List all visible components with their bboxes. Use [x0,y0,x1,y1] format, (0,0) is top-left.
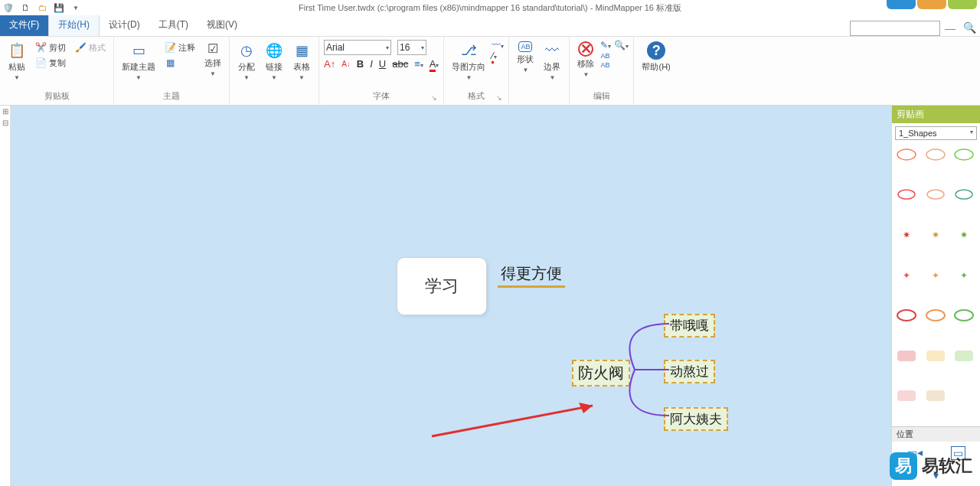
tab-design[interactable]: 设计(D) [100,14,149,36]
link-button[interactable]: 🌐链接▼ [262,40,286,83]
save-icon[interactable]: 💾 [54,2,64,13]
tab-view[interactable]: 视图(V) [198,14,247,36]
shape-bubble-1[interactable] [895,187,918,204]
boundary-button[interactable]: 〰边界▼ [540,40,564,83]
strike-button[interactable]: abc [392,58,408,70]
shape-smudge-4[interactable] [895,387,918,404]
new-topic-button[interactable]: ▭ 新建主题 ▼ [119,40,158,83]
shape-cloud-1[interactable] [895,146,918,163]
grow-font-icon[interactable]: A↑ [324,58,335,70]
help-icon: ? [647,41,665,60]
copy-button[interactable]: 📄复制 [32,55,69,70]
watermark-text: 易软汇 [922,455,972,478]
open-icon[interactable]: 🗀 [37,2,47,13]
edit-group-label: 编辑 [593,90,610,102]
misc-topic-button[interactable]: ▦ [162,55,198,70]
root-node[interactable]: 学习 [397,257,487,315]
svg-point-5 [927,190,944,199]
shape-smudge-2[interactable] [924,347,947,364]
edit-icon-1[interactable]: ✎▾ [600,40,611,51]
shrink-font-icon[interactable]: A↓ [341,60,351,68]
shape-smudge-1[interactable] [895,347,918,364]
find-icon[interactable]: 🔍▾ [614,40,629,51]
underline-button[interactable]: U [379,58,386,70]
branch-node-1[interactable]: 得更方便 [498,263,565,288]
window-btn-2[interactable] [917,0,946,9]
tab-tools[interactable]: 工具(T) [149,14,198,36]
shape-burst-2[interactable]: ✷ [924,227,947,243]
font-size-combo[interactable]: 16▾ [397,40,426,55]
group-distribute: ◷分配▼ 🌐链接▼ ▦表格▼ [230,37,319,105]
shape-oval-2[interactable] [924,307,947,324]
line-color-icon[interactable]: ∕▾ [492,51,504,61]
chevron-down-icon: ▾ [386,44,389,51]
expand-icon[interactable]: ↘ [496,94,502,102]
line-style-icon[interactable]: 〰▾ [492,40,504,51]
qat-dropdown-icon[interactable]: ▼ [70,2,81,13]
shapes-gallery: ✷ ✷ ✷ ✦ ✦ ✦ [892,143,980,426]
sub-node-1[interactable]: 带哦嘎 [664,314,715,338]
minimize-ribbon-icon[interactable]: — [945,22,956,34]
tab-start[interactable]: 开始(H) [48,13,100,36]
svg-point-9 [955,310,973,321]
remove-button[interactable]: ✕移除▼ [574,40,597,80]
italic-button[interactable]: I [370,58,373,70]
shape-smudge-3[interactable] [952,347,975,364]
ruler-icon-2[interactable]: ⊟ [2,119,8,127]
shape-burst-1[interactable]: ✷ [895,227,918,243]
help-button[interactable]: ?帮助(H) [639,40,673,74]
window-btn-3[interactable] [948,0,977,9]
shape-oval-1[interactable] [895,307,918,324]
canvas-scroll[interactable]: 学习 得更方便 防火阀 带哦嘎 动熬过 阿大姨夫 [11,106,891,486]
edit-icon-3[interactable]: AB [600,61,611,69]
app-icon: 🛡️ [3,2,14,13]
svg-marker-0 [579,403,593,413]
align-button[interactable]: ≡▾ [414,58,423,70]
paste-dropdown-icon[interactable]: ▼ [14,74,20,81]
expand-icon[interactable]: ↘ [431,94,437,102]
new-topic-dropdown-icon[interactable]: ▼ [136,74,142,81]
table-button[interactable]: ▦表格▼ [289,40,314,83]
shape-star-1[interactable]: ✦ [895,267,918,284]
note-button[interactable]: 📝注释 [162,40,198,55]
shape-button[interactable]: AB形状▼ [514,40,537,75]
tab-file[interactable]: 文件(F) [0,14,48,36]
shape-oval-3[interactable] [952,307,975,324]
search-combo[interactable] [850,21,940,36]
sub-node-2[interactable]: 动熬过 [664,360,715,383]
table-icon: ▦ [292,41,311,60]
branch-node-2[interactable]: 防火阀 [572,360,630,387]
shape-smudge-5[interactable] [924,387,947,404]
shape-star-3[interactable]: ✦ [952,267,975,284]
shape-star-2[interactable]: ✦ [924,267,947,284]
edit-icon-2[interactable]: AB [600,52,611,60]
bold-button[interactable]: B [357,58,364,70]
sub-node-3[interactable]: 阿大姨夫 [664,407,728,431]
shape-bubble-2[interactable] [924,187,947,204]
shape-burst-3[interactable]: ✷ [952,227,975,243]
new-icon[interactable]: 🗋 [20,2,31,13]
select-button[interactable]: ☑ 选择 ▼ [201,40,224,79]
direction-button[interactable]: ⎇导图方向▼ [449,40,488,83]
search-icon[interactable]: 🔍 [963,21,977,35]
paste-icon: 📋 [8,41,26,60]
font-family-combo[interactable]: Arial▾ [324,40,391,55]
shape-cloud-3[interactable] [952,146,975,163]
distribute-button[interactable]: ◷分配▼ [234,40,259,83]
grid-icon: ▦ [165,57,175,68]
paste-button[interactable]: 📋 粘贴 ▼ [5,40,29,83]
window-btn-1[interactable] [887,0,916,9]
mindmap-canvas[interactable]: 学习 得更方便 防火阀 带哦嘎 动熬过 阿大姨夫 [11,106,876,473]
group-clipboard: 📋 粘贴 ▼ ✂️剪切 📄复制 🖌️格式 剪贴板 [0,37,114,105]
shape-cloud-2[interactable] [924,146,947,163]
shapes-category-combo[interactable]: 1_Shapes▾ [895,126,977,140]
chevron-down-icon: ▾ [970,129,973,138]
brush-icon: 🖌️ [75,42,86,53]
cut-button[interactable]: ✂️剪切 [32,40,69,55]
shape-bubble-3[interactable] [952,187,975,204]
quick-access-toolbar: 🛡️ 🗋 🗀 💾 ▼ [3,2,81,13]
ruler-icon[interactable]: ⊞ [2,107,8,116]
font-color-button[interactable]: A▾ [430,58,439,70]
tree-icon: ⎇ [459,41,478,60]
font-group-label: 字体 [373,90,390,102]
